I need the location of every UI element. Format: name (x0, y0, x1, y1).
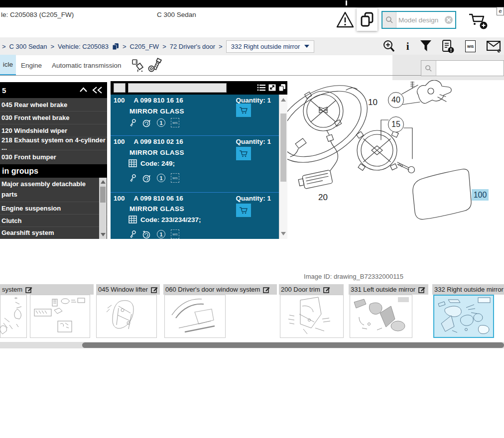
copy-list-icon[interactable] (278, 83, 286, 92)
search-icon[interactable] (382, 12, 396, 28)
drawing-callout-20[interactable]: 20 (318, 193, 328, 203)
mail-edit-icon[interactable] (486, 39, 502, 53)
edge-flyout-button[interactable]: e (497, 7, 504, 15)
subgroup-dropdown[interactable]: 332 Right outside mirror (226, 40, 315, 53)
scroll-down-icon[interactable] (101, 233, 106, 236)
breadcrumb-item-model[interactable]: C 300 Sedan (9, 43, 47, 50)
part-row-mirror-glass-2[interactable]: 100A 099 810 02 16 Quantity: 1 MIRROR GL… (111, 136, 279, 192)
breadcrumb-item-vehicle[interactable]: Vehicle: C205083 (58, 43, 109, 50)
paint-code-icon[interactable] (131, 59, 145, 73)
zoom-in-icon[interactable] (382, 39, 396, 54)
thumbnail-drawing[interactable] (350, 295, 412, 338)
drawing-callout-15[interactable]: 15 (388, 116, 404, 132)
thumbnail-drawing[interactable] (30, 295, 90, 338)
thumbnail-drawing[interactable] (96, 295, 157, 338)
thumbnail-drawing[interactable] (164, 295, 226, 338)
key-icon[interactable] (128, 174, 136, 183)
edit-icon[interactable] (25, 286, 32, 293)
thumb-header-window-lifter[interactable]: 045 Window lifter (96, 284, 160, 295)
add-part-to-cart-button[interactable] (236, 204, 251, 217)
copy-documents-button[interactable] (357, 8, 378, 31)
edit-icon[interactable] (418, 286, 425, 293)
wis-link-icon[interactable]: WIS (171, 118, 179, 127)
alternative-part-icon[interactable] (142, 174, 151, 183)
drawing-callout-100-highlighted[interactable]: 100 (472, 189, 489, 201)
thumb-header-label: system (2, 286, 22, 293)
scroll-down-icon[interactable] (281, 232, 286, 235)
thumb-header-right-outside-mirror[interactable]: 332 Right outside mirror (432, 284, 504, 295)
thumb-header-system[interactable]: system (0, 284, 94, 295)
sidebar-item-exhaust-system[interactable]: 218 Exhaust system on 4-cylinder ... (0, 137, 107, 150)
add-part-to-cart-button[interactable] (236, 147, 251, 160)
footnote-one-icon[interactable]: 1 (157, 118, 165, 127)
list-view-icon[interactable] (257, 84, 266, 92)
filter-icon[interactable] (420, 40, 432, 53)
key-icon[interactable] (128, 230, 136, 239)
part-row-mirror-glass-1[interactable]: 100A 099 810 16 16 Quantity: 1 MIRROR GL… (111, 95, 279, 135)
sidebar-item-front-bumper[interactable]: 030 Front bumper (0, 150, 107, 163)
tabs-underline (0, 75, 458, 76)
drawing-callout-10[interactable]: 10 (368, 98, 378, 108)
thumbnail-drawing-selected[interactable] (433, 295, 494, 338)
part-code: Code: 249; (128, 159, 175, 167)
sidebar-item-front-wheel-brake[interactable]: 030 Front wheel brake (0, 111, 107, 124)
fastener-icon[interactable] (147, 58, 162, 74)
scrollbar-thumb[interactable] (100, 187, 106, 203)
edit-icon[interactable] (323, 286, 330, 293)
breadcrumb-separator: > (123, 43, 126, 50)
sidebar-item-windshield-wiper[interactable]: 120 Windshield wiper (0, 124, 107, 137)
tab-engine[interactable]: Engine (21, 55, 42, 76)
key-icon[interactable] (128, 118, 136, 127)
sidebar-item-engine-suspension[interactable]: Engine suspension (0, 202, 107, 214)
breadcrumb-item-series[interactable]: C205_FW (130, 43, 159, 50)
breadcrumb-item-group[interactable]: 72 Driver's door (170, 43, 215, 50)
drawing-callout-40[interactable]: 40 (388, 92, 404, 108)
vehicle-copy-icon[interactable] (112, 43, 119, 50)
alternative-part-icon[interactable] (142, 230, 151, 239)
sidebar-scrollbar[interactable] (99, 178, 107, 239)
scrollbar-thumb[interactable] (280, 113, 286, 182)
add-part-to-cart-button[interactable] (236, 104, 251, 117)
thumbnail-drawing[interactable] (280, 295, 344, 338)
alternative-part-icon[interactable] (142, 118, 151, 127)
collapse-left-icon[interactable] (92, 86, 104, 94)
parts-list-scrollbar[interactable] (279, 95, 287, 239)
expand-icon[interactable] (268, 84, 276, 92)
tab-vehicle[interactable]: icle (0, 55, 16, 76)
thumbnail-drawing[interactable] (0, 295, 27, 338)
breadcrumb: > C 300 Sedan > Vehicle: C205083 > C205_… (2, 39, 314, 53)
sidebar-item-rear-wheel-brake[interactable]: 045 Rear wheel brake (0, 98, 107, 111)
footnote-one-icon[interactable]: 1 (157, 174, 165, 182)
thumb-header-door-trim[interactable]: 200 Door trim (279, 284, 344, 295)
scrollbar-thumb[interactable] (82, 342, 504, 348)
parts-search-input[interactable] (436, 61, 504, 76)
thumb-header-door-window-system[interactable]: 060 Driver's door window system (163, 284, 277, 295)
scroll-up-icon[interactable] (281, 98, 286, 102)
edit-icon[interactable] (151, 286, 158, 293)
search-icon[interactable] (421, 61, 436, 76)
collapse-up-icon[interactable] (79, 86, 88, 94)
wis-document-icon[interactable]: WIS (465, 40, 476, 52)
position-filter-input[interactable] (114, 83, 126, 93)
footnote-one-icon[interactable]: 1 (157, 230, 165, 238)
tab-automatic-transmission[interactable]: Automatic transmission (52, 55, 122, 76)
thumb-header-left-outside-mirror[interactable]: 331 Left outside mirror (349, 284, 428, 295)
cart-icon (239, 149, 249, 158)
add-to-cart-icon[interactable] (467, 10, 489, 30)
part-row-mirror-glass-3[interactable]: 100A 099 810 06 16 Quantity: 1 MIRROR GL… (111, 193, 279, 239)
parts-filter-input[interactable] (128, 83, 227, 93)
sidebar-item-clutch[interactable]: Clutch (0, 214, 107, 226)
model-search-input[interactable] (396, 16, 445, 24)
sidebar-item-major-assembly[interactable]: Major assembly detachable parts (0, 178, 99, 202)
sidebar-item-gearshift-system[interactable]: Gearshift system (0, 226, 107, 238)
wis-link-icon[interactable]: WIS (171, 173, 179, 183)
warning-icon[interactable] (336, 10, 355, 29)
info-icon[interactable]: i (406, 41, 409, 52)
scroll-up-icon[interactable] (101, 180, 106, 184)
exploded-drawing[interactable]: 10 40 15 20 100 (287, 80, 504, 239)
document-note-icon[interactable] (442, 39, 455, 54)
chevron-down-icon (304, 45, 309, 48)
edit-icon[interactable] (263, 286, 270, 293)
clear-search-icon[interactable] (445, 16, 453, 24)
wis-link-icon[interactable]: WIS (171, 229, 179, 239)
